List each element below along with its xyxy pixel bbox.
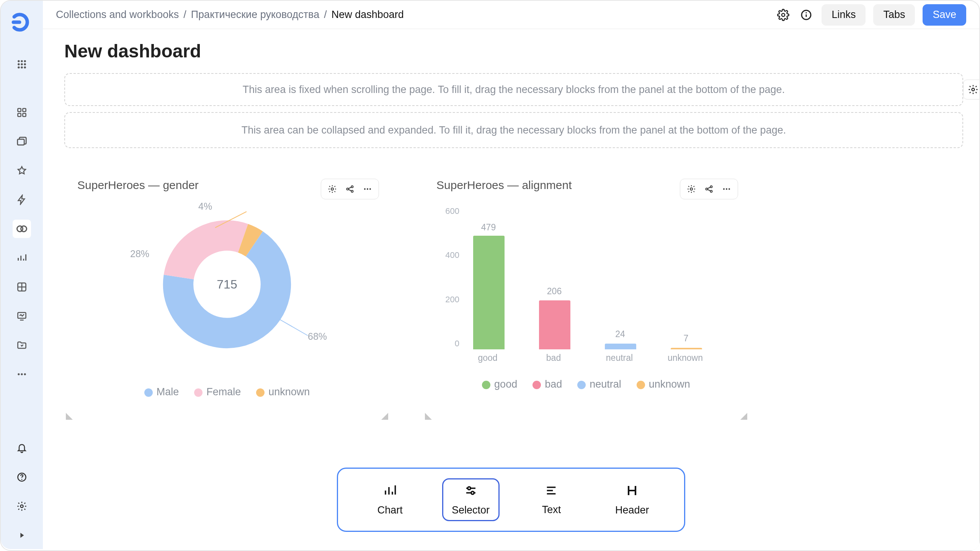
apps-icon[interactable] [13, 55, 31, 73]
collapsible-dropzone[interactable]: This area can be collapsed and expanded.… [64, 112, 963, 148]
card-gender-title: SuperHeroes — gender [77, 179, 199, 192]
svg-point-44 [728, 188, 730, 190]
notifications-icon[interactable] [13, 439, 31, 457]
widget-palette: Chart Selector Text Header [337, 468, 685, 532]
resize-handle-bl[interactable] [425, 413, 432, 420]
svg-point-32 [364, 188, 366, 190]
resize-handle-br[interactable] [740, 413, 747, 420]
svg-point-4 [21, 63, 23, 65]
more-icon[interactable] [718, 181, 735, 197]
alignment-legend: good bad neutral unknown [423, 378, 749, 390]
more-icon[interactable] [13, 365, 31, 383]
legend-dot-female [194, 388, 203, 397]
bars: 479 206 24 7 [466, 207, 733, 349]
connections-icon[interactable] [13, 191, 31, 209]
workbooks-icon[interactable] [13, 132, 31, 151]
svg-point-46 [471, 491, 474, 494]
svg-point-28 [331, 188, 333, 190]
dropzone-settings-icon[interactable] [963, 80, 979, 99]
links-button[interactable]: Links [822, 4, 866, 26]
palette-chart[interactable]: Chart [361, 478, 419, 521]
svg-point-23 [21, 505, 23, 508]
svg-rect-10 [23, 109, 26, 112]
datasets-icon[interactable] [13, 220, 31, 238]
resize-handle-br[interactable] [381, 413, 388, 420]
svg-point-20 [24, 373, 26, 375]
breadcrumb: Collections and workbooks / Практические… [56, 9, 404, 21]
help-icon[interactable] [13, 468, 31, 486]
card-alignment-title: SuperHeroes — alignment [436, 179, 572, 192]
svg-point-5 [24, 63, 26, 65]
grid-icon[interactable] [13, 278, 31, 296]
svg-point-6 [18, 66, 20, 68]
donut-total: 715 [217, 277, 237, 291]
topbar: Collections and workbooks / Практические… [43, 1, 979, 29]
charts-icon[interactable] [13, 249, 31, 267]
gear-icon[interactable] [776, 7, 791, 23]
bar-bad [539, 300, 570, 349]
svg-point-2 [24, 60, 26, 62]
palette-header[interactable]: Header [603, 478, 661, 521]
svg-point-22 [21, 479, 23, 480]
bar-neutral [605, 344, 636, 349]
palette-selector[interactable]: Selector [442, 478, 500, 521]
svg-point-27 [972, 88, 975, 91]
svg-point-19 [21, 373, 23, 375]
gear-icon[interactable] [323, 181, 341, 197]
favorites-icon[interactable] [13, 161, 31, 180]
svg-point-38 [690, 188, 693, 190]
share-icon[interactable] [341, 181, 359, 197]
main: New dashboard This area is fixed when sc… [43, 29, 979, 550]
page-title: New dashboard [64, 41, 963, 62]
card-alignment: SuperHeroes — alignment 600 400 200 0 47… [423, 169, 749, 421]
legend-dot-unknown [256, 388, 265, 397]
slice-label-unknown: 4% [198, 201, 212, 212]
card-alignment-actions [680, 179, 738, 199]
y-axis: 600 400 200 0 [439, 207, 462, 349]
svg-point-18 [18, 373, 20, 375]
svg-rect-13 [18, 139, 24, 145]
gender-legend: Male Female unknown [64, 386, 390, 398]
svg-point-43 [726, 188, 727, 190]
svg-point-3 [18, 63, 20, 65]
save-button[interactable]: Save [923, 4, 966, 26]
bar-good [473, 236, 505, 349]
svg-point-15 [21, 226, 27, 232]
breadcrumb-root[interactable]: Collections and workbooks [56, 9, 179, 21]
gender-donut-chart: 715 68% 28% 4% [64, 203, 390, 379]
card-gender-actions [321, 179, 379, 199]
share-icon[interactable] [700, 181, 718, 197]
breadcrumb-current: New dashboard [332, 9, 404, 21]
fixed-dropzone[interactable]: This area is fixed when scrolling the pa… [64, 73, 963, 106]
svg-rect-9 [18, 109, 21, 112]
svg-point-26 [806, 12, 807, 13]
slice-label-female: 28% [130, 248, 149, 259]
app-logo[interactable] [10, 10, 34, 34]
sidebar [1, 1, 43, 549]
svg-rect-11 [18, 113, 21, 116]
tabs-button[interactable]: Tabs [873, 4, 915, 26]
card-gender: SuperHeroes — gender 715 68% 28% 4% [64, 169, 390, 421]
bar-unknown [671, 348, 702, 349]
expand-sidebar-icon[interactable] [13, 526, 31, 544]
svg-point-34 [369, 188, 371, 190]
svg-point-24 [782, 13, 785, 16]
alignment-bar-chart: 600 400 200 0 479 206 24 7 good bad [423, 203, 749, 372]
more-icon[interactable] [359, 181, 376, 197]
svg-rect-12 [23, 113, 26, 116]
monitor-icon[interactable] [13, 307, 31, 325]
svg-point-0 [18, 60, 20, 62]
svg-point-8 [24, 66, 26, 68]
info-icon[interactable] [799, 7, 814, 23]
gear-icon[interactable] [683, 181, 700, 197]
legend-dot-male [144, 388, 153, 397]
resize-handle-bl[interactable] [66, 413, 73, 420]
svg-point-1 [21, 60, 23, 62]
palette-text[interactable]: Text [523, 478, 580, 521]
svg-point-42 [723, 188, 725, 190]
settings-icon[interactable] [13, 497, 31, 515]
breadcrumb-folder[interactable]: Практические руководства [191, 9, 319, 21]
folder-icon[interactable] [13, 336, 31, 354]
svg-point-45 [467, 487, 470, 490]
dashboards-icon[interactable] [13, 103, 31, 122]
